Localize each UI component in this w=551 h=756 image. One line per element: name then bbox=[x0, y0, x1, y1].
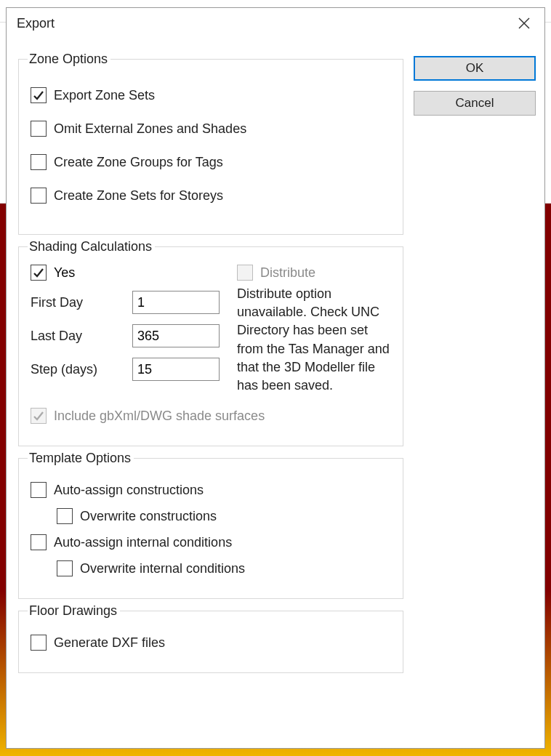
auto-constructions-checkbox[interactable] bbox=[31, 482, 47, 498]
omit-external-label: Omit External Zones and Shades bbox=[54, 121, 246, 137]
left-column: Zone Options Export Zone Sets Omit Exter… bbox=[18, 52, 403, 677]
auto-internal-label: Auto-assign internal conditions bbox=[54, 535, 232, 550]
distribute-row: Distribute bbox=[237, 265, 390, 281]
include-gbxml-checkbox bbox=[31, 408, 47, 424]
cancel-button[interactable]: Cancel bbox=[414, 91, 536, 116]
step-days-input[interactable] bbox=[132, 358, 220, 381]
omit-external-row[interactable]: Omit External Zones and Shades bbox=[31, 121, 394, 137]
omit-external-checkbox[interactable] bbox=[31, 121, 47, 137]
export-zone-sets-label: Export Zone Sets bbox=[54, 88, 155, 103]
create-groups-tags-label: Create Zone Groups for Tags bbox=[54, 155, 223, 170]
generate-dxf-checkbox[interactable] bbox=[31, 635, 47, 651]
template-options-group: Template Options Auto-assign constructio… bbox=[18, 451, 403, 599]
shading-yes-checkbox[interactable] bbox=[31, 265, 47, 281]
overwrite-constructions-checkbox[interactable] bbox=[57, 508, 73, 524]
auto-constructions-row[interactable]: Auto-assign constructions bbox=[31, 482, 394, 498]
ok-button[interactable]: OK bbox=[414, 56, 536, 81]
close-button[interactable] bbox=[510, 10, 539, 36]
titlebar: Export bbox=[7, 8, 544, 39]
export-zone-sets-checkbox[interactable] bbox=[31, 87, 47, 103]
check-icon bbox=[33, 89, 44, 101]
distribute-label: Distribute bbox=[260, 265, 315, 281]
dialog-title: Export bbox=[17, 16, 55, 31]
overwrite-internal-row[interactable]: Overwrite internal conditions bbox=[57, 560, 394, 576]
overwrite-constructions-label: Overwrite constructions bbox=[80, 509, 217, 524]
last-day-input[interactable] bbox=[132, 324, 220, 347]
dialog-body: Zone Options Export Zone Sets Omit Exter… bbox=[7, 39, 544, 686]
shading-yes-label: Yes bbox=[54, 265, 75, 281]
last-day-row: Last Day bbox=[31, 324, 220, 347]
overwrite-constructions-row[interactable]: Overwrite constructions bbox=[57, 508, 394, 524]
distribute-checkbox bbox=[237, 265, 253, 281]
export-dialog: Export Zone Options Export Zone Sets bbox=[6, 7, 545, 749]
last-day-label: Last Day bbox=[31, 329, 132, 344]
create-sets-storeys-row[interactable]: Create Zone Sets for Storeys bbox=[31, 188, 394, 204]
shading-calculations-group: Shading Calculations Yes First Day bbox=[18, 239, 403, 446]
step-days-label: Step (days) bbox=[31, 362, 132, 377]
first-day-row: First Day bbox=[31, 291, 220, 314]
create-sets-storeys-label: Create Zone Sets for Storeys bbox=[54, 188, 223, 204]
floor-drawings-group: Floor Drawings Generate DXF files bbox=[18, 603, 403, 673]
shading-left: Yes First Day Last Day Step (days) bbox=[31, 265, 220, 395]
right-column: OK Cancel bbox=[414, 52, 536, 116]
shading-right: Distribute Distribute option unavailable… bbox=[237, 265, 394, 395]
include-gbxml-row: Include gbXml/DWG shade surfaces bbox=[31, 408, 394, 424]
include-gbxml-label: Include gbXml/DWG shade surfaces bbox=[54, 409, 265, 424]
check-icon bbox=[33, 267, 44, 278]
shading-yes-row[interactable]: Yes bbox=[31, 265, 220, 281]
zone-options-legend: Zone Options bbox=[28, 52, 110, 67]
first-day-input[interactable] bbox=[132, 291, 220, 314]
generate-dxf-label: Generate DXF files bbox=[54, 635, 165, 651]
generate-dxf-row[interactable]: Generate DXF files bbox=[31, 635, 394, 651]
create-groups-tags-row[interactable]: Create Zone Groups for Tags bbox=[31, 154, 394, 170]
create-sets-storeys-checkbox[interactable] bbox=[31, 188, 47, 204]
close-icon bbox=[518, 17, 530, 29]
auto-constructions-label: Auto-assign constructions bbox=[54, 483, 204, 498]
auto-internal-row[interactable]: Auto-assign internal conditions bbox=[31, 534, 394, 550]
shading-grid: Yes First Day Last Day Step (days) bbox=[31, 265, 394, 395]
zone-options-group: Zone Options Export Zone Sets Omit Exter… bbox=[18, 52, 403, 235]
overwrite-internal-checkbox[interactable] bbox=[57, 560, 73, 576]
export-zone-sets-row[interactable]: Export Zone Sets bbox=[31, 87, 394, 103]
overwrite-internal-label: Overwrite internal conditions bbox=[80, 561, 245, 576]
distribute-info-text: Distribute option unavailable. Check UNC… bbox=[237, 285, 390, 395]
template-options-legend: Template Options bbox=[28, 451, 134, 466]
check-icon bbox=[33, 410, 44, 422]
first-day-label: First Day bbox=[31, 295, 132, 310]
shading-legend: Shading Calculations bbox=[28, 239, 155, 254]
step-days-row: Step (days) bbox=[31, 358, 220, 381]
floor-drawings-legend: Floor Drawings bbox=[28, 603, 120, 619]
create-groups-tags-checkbox[interactable] bbox=[31, 154, 47, 170]
auto-internal-checkbox[interactable] bbox=[31, 534, 47, 550]
